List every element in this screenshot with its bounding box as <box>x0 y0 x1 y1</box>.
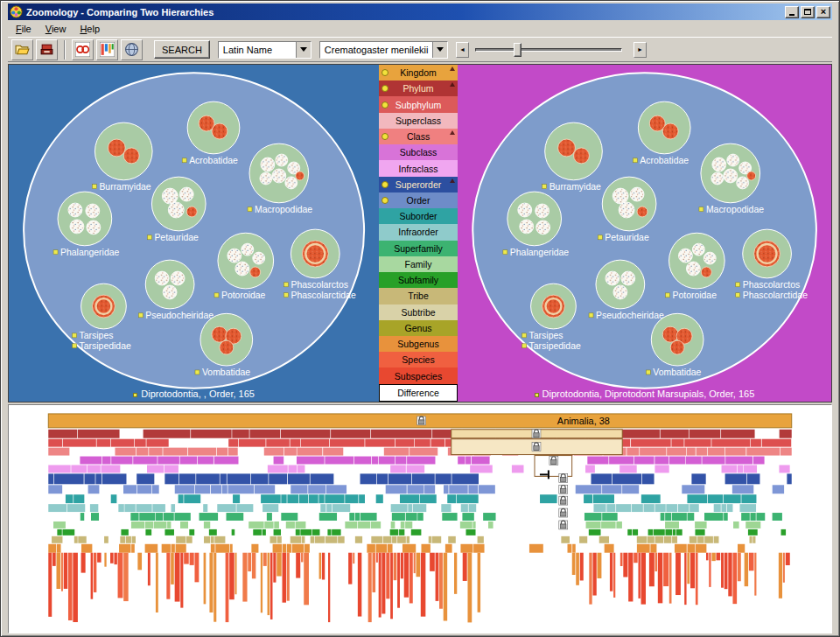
icicle-segment[interactable] <box>48 504 66 512</box>
icicle-segment[interactable] <box>429 536 431 543</box>
icicle-segment[interactable] <box>228 473 251 484</box>
icicle-segment[interactable] <box>447 494 456 503</box>
icicle-fringe-strip[interactable] <box>430 553 435 571</box>
zoom-slider-thumb[interactable] <box>514 43 522 57</box>
icicle-segment[interactable] <box>379 457 396 465</box>
icicle-segment[interactable] <box>460 522 472 528</box>
icicle-segment[interactable] <box>200 513 219 521</box>
icicle-segment[interactable] <box>697 536 704 543</box>
icicle-segment[interactable] <box>572 544 576 553</box>
icicle-segment[interactable] <box>136 448 149 456</box>
icicle-segment[interactable] <box>262 504 278 512</box>
icicle-segment[interactable] <box>661 430 689 438</box>
icicle-fringe-strip[interactable] <box>348 553 352 584</box>
icicle-segment[interactable] <box>593 504 606 512</box>
icicle-segment[interactable] <box>290 536 301 543</box>
slider-left-button[interactable]: ◄ <box>456 42 469 58</box>
icicle-segment[interactable] <box>400 494 419 503</box>
icicle-segment[interactable] <box>410 448 438 456</box>
legend-item-order[interactable]: Order <box>379 192 458 208</box>
icicle-fringe-strip[interactable] <box>301 553 303 563</box>
icicle-segment[interactable] <box>612 473 641 484</box>
icicle-segment[interactable] <box>299 494 308 503</box>
icicle-segment[interactable] <box>675 544 687 553</box>
icicle-fringe-strip[interactable] <box>252 553 256 579</box>
right-hierarchy-canvas[interactable]: BurramyidaeAcrobatidaeMacropodidaePetaur… <box>458 65 831 402</box>
icicle-segment[interactable] <box>449 485 467 494</box>
icicle-segment[interactable] <box>264 448 284 456</box>
icicle-segment[interactable] <box>311 473 334 484</box>
legend-item-subfamily[interactable]: Subfamily <box>379 272 458 288</box>
icicle-segment[interactable] <box>48 465 70 472</box>
icicle-segment[interactable] <box>48 430 77 438</box>
icicle-segment[interactable] <box>164 473 178 484</box>
icicle-segment[interactable] <box>750 513 755 521</box>
icicle-segment[interactable] <box>308 485 326 494</box>
icicle-segment[interactable] <box>781 529 787 536</box>
icicle-fringe-strip[interactable] <box>589 553 592 605</box>
icicle-segment[interactable] <box>402 544 416 553</box>
icicle-segment[interactable] <box>209 529 217 536</box>
icicle-segment[interactable] <box>175 485 194 494</box>
icicle-fringe-strip[interactable] <box>91 553 94 599</box>
icicle-fringe-strip[interactable] <box>706 553 708 561</box>
icicle-segment[interactable] <box>407 536 410 543</box>
icicle-segment[interactable] <box>407 457 435 465</box>
icicle-fringe-strip[interactable] <box>64 553 67 589</box>
icicle-segment[interactable] <box>397 536 406 543</box>
icicle-segment[interactable] <box>196 473 220 484</box>
icicle-segment[interactable] <box>270 536 277 543</box>
icicle-fringe-strip[interactable] <box>754 553 756 596</box>
icicle-segment[interactable] <box>179 473 196 484</box>
species-circle[interactable] <box>253 252 265 264</box>
icicle-segment[interactable] <box>637 544 650 553</box>
icicle-segment[interactable] <box>654 529 665 536</box>
icicle-segment[interactable] <box>412 473 435 484</box>
icicle-segment[interactable] <box>88 485 100 494</box>
icicle-segment[interactable] <box>669 457 685 465</box>
icicle-segment[interactable] <box>593 494 614 503</box>
icicle-fringe-strip[interactable] <box>721 553 724 588</box>
legend-item-genus[interactable]: Genus <box>379 320 458 336</box>
icicle-segment[interactable] <box>54 473 84 484</box>
icicle-segment[interactable] <box>711 439 750 447</box>
icicle-segment[interactable] <box>57 544 61 553</box>
icicle-segment[interactable] <box>297 457 325 465</box>
icicle-segment[interactable] <box>773 485 784 494</box>
icicle-segment[interactable] <box>626 448 639 456</box>
icicle-segment[interactable] <box>332 504 351 512</box>
icicle-segment[interactable] <box>233 494 240 503</box>
icicle-segment[interactable] <box>281 430 331 438</box>
icicle-segment[interactable] <box>211 536 214 543</box>
icicle-segment[interactable] <box>458 457 465 465</box>
icicle-segment[interactable] <box>676 529 682 536</box>
icicle-fringe-strip[interactable] <box>382 553 385 614</box>
close-button[interactable]: × <box>816 6 830 18</box>
icicle-segment[interactable] <box>365 439 395 447</box>
icicle-segment[interactable] <box>445 544 452 553</box>
icicle-fringe-strip[interactable] <box>110 553 114 564</box>
icicle-segment[interactable] <box>780 448 792 456</box>
species-circle[interactable] <box>162 188 178 204</box>
icicle-fringe-strip[interactable] <box>104 553 106 567</box>
icicle-fringe-strip[interactable] <box>171 553 174 584</box>
icicle-segment[interactable] <box>227 513 244 521</box>
icicle-segment[interactable] <box>167 522 171 528</box>
icicle-segment[interactable] <box>714 504 721 512</box>
icicle-segment[interactable] <box>466 529 475 536</box>
icicle-segment[interactable] <box>741 513 750 521</box>
icicle-segment[interactable] <box>722 465 737 472</box>
species-circle[interactable] <box>168 202 184 218</box>
icicle-segment[interactable] <box>132 536 136 543</box>
icicle-segment[interactable] <box>640 448 666 456</box>
icicle-segment[interactable] <box>274 457 284 465</box>
icicle-segment[interactable] <box>354 457 371 465</box>
legend-item-difference[interactable]: Difference <box>379 384 458 402</box>
icicle-segment[interactable] <box>732 485 753 494</box>
icicle-segment[interactable] <box>655 504 666 512</box>
icicle-fringe-strip[interactable] <box>68 553 73 620</box>
icicle-segment[interactable] <box>704 513 723 521</box>
icicle-fringe-strip[interactable] <box>623 553 627 578</box>
icicle-fringe-strip[interactable] <box>287 553 290 601</box>
icicle-segment[interactable] <box>540 494 557 503</box>
